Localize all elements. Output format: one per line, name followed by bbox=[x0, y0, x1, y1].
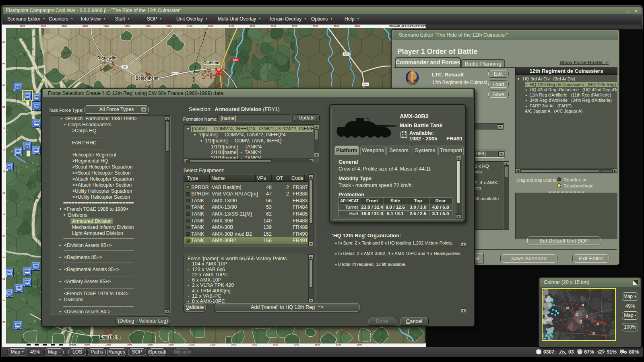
svg-text:H: H bbox=[30, 148, 31, 150]
svg-text:H: H bbox=[12, 169, 13, 171]
svg-text:12: 12 bbox=[33, 152, 35, 155]
svg-text:H: H bbox=[39, 108, 41, 111]
svg-text:H: H bbox=[39, 120, 40, 122]
svg-text:H: H bbox=[12, 163, 13, 165]
svg-text:H: H bbox=[11, 290, 12, 292]
svg-text:Beblenheim: Beblenheim bbox=[136, 76, 159, 80]
svg-text:H: H bbox=[30, 284, 31, 287]
svg-text:H: H bbox=[30, 274, 31, 276]
svg-text:H: H bbox=[39, 152, 40, 155]
svg-text:H: H bbox=[39, 99, 41, 102]
svg-text:H: H bbox=[12, 269, 13, 271]
svg-text:Riquewihr: Riquewihr bbox=[97, 56, 117, 60]
svg-text:H: H bbox=[21, 285, 23, 287]
svg-text:22: 22 bbox=[14, 327, 17, 330]
svg-text:H: H bbox=[39, 147, 40, 149]
svg-text:H: H bbox=[39, 103, 40, 105]
svg-text:H: H bbox=[30, 279, 31, 281]
svg-text:D45: D45 bbox=[363, 83, 368, 86]
svg-text:H: H bbox=[30, 98, 31, 100]
svg-text:H: H bbox=[20, 83, 21, 85]
svg-text:H: H bbox=[39, 125, 41, 128]
svg-text:D3: D3 bbox=[123, 66, 126, 68]
svg-text:H: H bbox=[20, 322, 21, 324]
svg-text:H: H bbox=[20, 89, 22, 91]
svg-text:H: H bbox=[30, 268, 31, 270]
svg-text:H: H bbox=[30, 92, 31, 94]
svg-text:D416: D416 bbox=[172, 72, 178, 75]
svg-text:Ostheim: Ostheim bbox=[203, 61, 219, 65]
svg-text:H: H bbox=[39, 94, 40, 96]
svg-text:H: H bbox=[38, 263, 39, 265]
svg-text:H: H bbox=[30, 142, 31, 144]
svg-text:22: 22 bbox=[6, 169, 8, 171]
svg-text:H: H bbox=[12, 275, 13, 277]
svg-text:N83: N83 bbox=[233, 59, 238, 61]
svg-text:H: H bbox=[21, 154, 22, 156]
svg-text:D83: D83 bbox=[344, 53, 349, 56]
svg-text:22: 22 bbox=[6, 295, 8, 298]
svg-text:H: H bbox=[21, 290, 23, 293]
svg-text:H: H bbox=[11, 295, 13, 298]
svg-text:H: H bbox=[21, 148, 22, 150]
svg-text:H: H bbox=[38, 268, 40, 271]
svg-text:Equisheim: Equisheim bbox=[100, 335, 120, 339]
svg-text:H: H bbox=[20, 327, 22, 330]
